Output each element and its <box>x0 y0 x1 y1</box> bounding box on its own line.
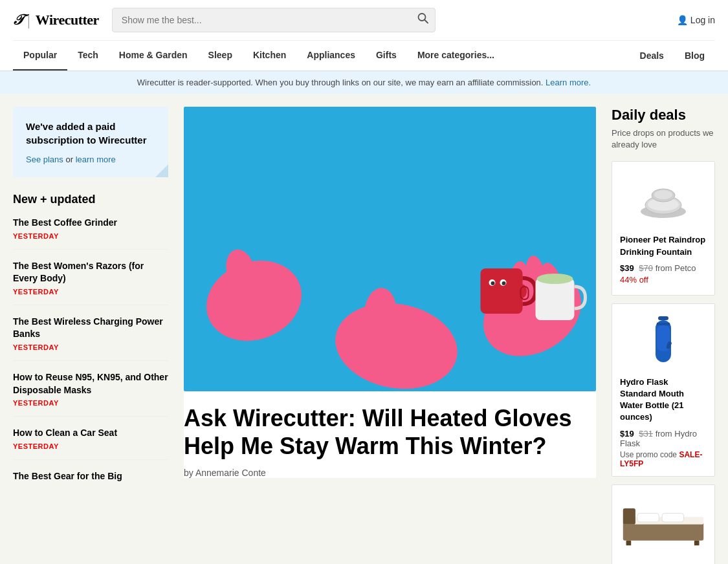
list-item: The Best Women's Razors (for Every Body)… <box>13 260 168 305</box>
learn-more-link[interactable]: learn more <box>76 155 116 164</box>
deal-promo: Use promo code SALE-LY5FP <box>620 450 707 468</box>
article-link-womens-razors[interactable]: The Best Women's Razors (for Every Body) <box>13 260 168 285</box>
price-source: from Petco <box>656 263 696 273</box>
list-item: The Best Wireless Charging Power Banks Y… <box>13 316 168 361</box>
svg-point-17 <box>491 281 495 285</box>
deal-price-hydro-flask: $19 $31 from Hydro Flask <box>620 429 707 448</box>
svg-rect-36 <box>626 540 632 545</box>
article-date: YESTERDAY <box>13 442 168 450</box>
article-link-car-seat[interactable]: How to Clean a Car Seat <box>13 427 168 440</box>
article-date: YESTERDAY <box>13 288 168 296</box>
logo-area: 𝒯 | Wirecutter <box>13 12 99 29</box>
nav-item-appliances[interactable]: Appliances <box>296 41 366 70</box>
article-link-n95-masks[interactable]: How to Reuse N95, KN95, and Other Dispos… <box>13 371 168 396</box>
price-old: $31 <box>639 429 653 439</box>
promo-text: Use promo code <box>620 450 677 459</box>
svg-point-18 <box>502 281 506 285</box>
article-date: YESTERDAY <box>13 399 168 407</box>
deal-image-bed <box>620 493 707 551</box>
svg-rect-26 <box>658 316 668 320</box>
nav-item-sleep[interactable]: Sleep <box>198 41 243 70</box>
deal-card-bed <box>612 484 715 565</box>
main-nav: Popular Tech Home & Garden Sleep Kitchen… <box>13 40 715 70</box>
deal-card-hydro-flask: Hydro Flask Standard Mouth Water Bottle … <box>612 303 715 477</box>
subscription-links: See plans or learn more <box>26 155 155 164</box>
new-updated-title: New + updated <box>13 193 168 206</box>
deal-price-pet-fountain: $39 $70 from Petco <box>620 263 707 273</box>
subscription-title: We've added a paid subscription to Wirec… <box>26 120 155 147</box>
header-top: 𝒯 | Wirecutter 👤 Log in <box>13 0 715 40</box>
nav-item-gifts[interactable]: Gifts <box>366 41 407 70</box>
nav-item-blog[interactable]: Blog <box>674 41 715 70</box>
svg-rect-33 <box>623 508 635 524</box>
deal-card-pet-fountain: Pioneer Pet Raindrop Drinking Fountain $… <box>612 161 715 295</box>
right-sidebar: Daily deals Price drops on products we a… <box>612 107 715 564</box>
price-old: $70 <box>639 263 653 273</box>
corner-decoration <box>155 164 168 177</box>
list-item: The Best Coffee Grinder YESTERDAY <box>13 217 168 250</box>
affiliate-text: Wirecutter is reader-supported. When you… <box>137 78 544 87</box>
deal-image-hydro-flask <box>620 312 707 370</box>
logo-divider: | <box>27 12 30 29</box>
header-actions: 👤 Log in <box>677 15 715 25</box>
nav-item-kitchen[interactable]: Kitchen <box>243 41 296 70</box>
header: 𝒯 | Wirecutter 👤 Log in Popular Tech Hom… <box>0 0 728 71</box>
wirecutter-logo[interactable]: Wirecutter <box>36 12 99 28</box>
water-bottle-svg <box>650 315 676 367</box>
person-icon: 👤 <box>677 15 688 25</box>
svg-point-20 <box>537 274 573 284</box>
search-input[interactable] <box>112 8 436 32</box>
svg-rect-19 <box>536 278 575 320</box>
subscription-or: or <box>65 155 75 164</box>
deal-discount: 44% off <box>620 275 707 285</box>
affiliate-banner: Wirecutter is reader-supported. When you… <box>0 71 728 94</box>
search-icon <box>417 13 429 25</box>
main-container: We've added a paid subscription to Wirec… <box>0 94 728 564</box>
nyt-logo[interactable]: 𝒯 <box>13 12 22 28</box>
nav-item-tech[interactable]: Tech <box>67 41 109 70</box>
article-title[interactable]: Ask Wirecutter: Will Heated Gloves Help … <box>184 404 596 460</box>
see-plans-link[interactable]: See plans <box>26 155 63 164</box>
article-date: YESTERDAY <box>13 232 168 240</box>
list-item: The Best Gear for the Big <box>13 470 168 495</box>
affiliate-learn-more[interactable]: Learn more. <box>546 78 591 87</box>
hero-image-svg <box>184 107 596 391</box>
svg-rect-28 <box>657 323 670 325</box>
nav-item-more-categories[interactable]: More categories... <box>407 41 505 70</box>
svg-rect-31 <box>623 522 703 541</box>
price-new: $39 <box>620 263 634 273</box>
daily-deals-subtitle: Price drops on products we already love <box>612 127 715 151</box>
list-item: How to Reuse N95, KN95, and Other Dispos… <box>13 371 168 417</box>
nav-item-popular[interactable]: Popular <box>13 41 67 70</box>
login-label: Log in <box>690 15 715 25</box>
svg-rect-37 <box>694 540 700 545</box>
deal-title-hydro-flask[interactable]: Hydro Flask Standard Mouth Water Bottle … <box>620 376 707 424</box>
daily-deals-title: Daily deals <box>612 107 715 124</box>
article-byline: by Annemarie Conte <box>184 468 596 478</box>
deal-image-pet-fountain <box>620 169 707 228</box>
subscription-box: We've added a paid subscription to Wirec… <box>13 107 168 177</box>
svg-point-25 <box>654 190 672 199</box>
login-button[interactable]: 👤 Log in <box>677 15 715 25</box>
article-title-area: Ask Wirecutter: Will Heated Gloves Help … <box>184 391 596 478</box>
search-bar <box>112 8 436 32</box>
search-button[interactable] <box>417 13 429 28</box>
nav-item-home-garden[interactable]: Home & Garden <box>109 41 198 70</box>
article-date: YESTERDAY <box>13 343 168 351</box>
article-link-coffee-grinder[interactable]: The Best Coffee Grinder <box>13 217 168 230</box>
pet-fountain-svg <box>637 176 689 221</box>
article-link-power-banks[interactable]: The Best Wireless Charging Power Banks <box>13 316 168 341</box>
hero-image <box>184 107 596 391</box>
nav-item-deals[interactable]: Deals <box>630 41 674 70</box>
deal-title-pet-fountain[interactable]: Pioneer Pet Raindrop Drinking Fountain <box>620 234 707 257</box>
svg-line-1 <box>425 20 428 23</box>
svg-rect-34 <box>637 513 659 521</box>
list-item: How to Clean a Car Seat YESTERDAY <box>13 427 168 460</box>
left-sidebar: We've added a paid subscription to Wirec… <box>13 107 168 564</box>
price-new: $19 <box>620 429 634 439</box>
center-content: Ask Wirecutter: Will Heated Gloves Help … <box>168 107 612 564</box>
article-link-big-gear[interactable]: The Best Gear for the Big <box>13 470 168 483</box>
bed-svg <box>620 496 707 548</box>
svg-rect-35 <box>662 513 684 521</box>
svg-rect-12 <box>481 268 523 314</box>
